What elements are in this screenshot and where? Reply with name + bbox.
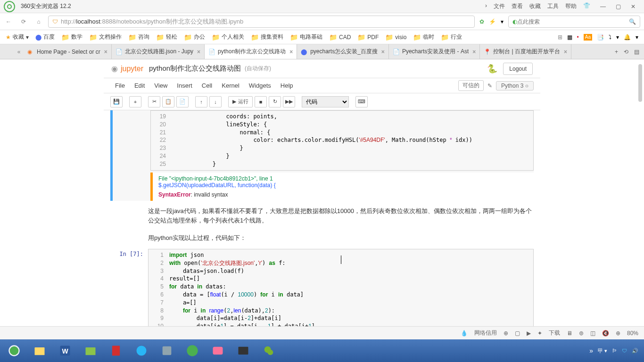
pc-icon[interactable]: 🖥 bbox=[567, 330, 572, 337]
close-icon[interactable]: × bbox=[104, 49, 107, 55]
close-icon[interactable]: × bbox=[381, 49, 385, 55]
code-cell[interactable]: 19 coords: points, 20 lineStyle: { 21 no… bbox=[110, 110, 534, 201]
bookmark-icon[interactable]: ✦ bbox=[537, 330, 542, 337]
tab-5[interactable]: 📍控制台 | 百度地图开放平台× bbox=[480, 44, 571, 59]
chevron-right-icon[interactable]: › bbox=[485, 2, 487, 10]
ext-icon-6[interactable]: ⤵ bbox=[609, 34, 611, 41]
tab-0[interactable]: ◉Home Page - Select or cr× bbox=[24, 44, 112, 59]
tabs-prev[interactable]: « bbox=[14, 44, 24, 59]
ext-icon-9[interactable]: ▾ bbox=[636, 34, 638, 41]
search-input[interactable] bbox=[517, 18, 629, 25]
pdf-icon[interactable] bbox=[104, 341, 128, 360]
bm-easy[interactable]: 📁轻松 bbox=[156, 33, 177, 41]
restart-button[interactable]: ↻ bbox=[269, 96, 281, 107]
maximize-button[interactable]: ▢ bbox=[611, 1, 625, 12]
bm-temp[interactable]: 📁临时 bbox=[413, 33, 434, 41]
copy-button[interactable]: 📋 bbox=[162, 96, 174, 107]
close-icon[interactable]: × bbox=[564, 49, 567, 55]
minimize-button[interactable]: — bbox=[596, 1, 610, 12]
tray-keyboard-icon[interactable]: 甲 ▾ bbox=[598, 347, 607, 354]
menu-help[interactable]: 帮助 bbox=[565, 2, 577, 10]
menu-view[interactable]: 查看 bbox=[512, 2, 523, 10]
menu-tools[interactable]: 工具 bbox=[547, 2, 559, 10]
code-cell[interactable]: In [7]: 1import json 2with open('北京公交线路图… bbox=[110, 249, 534, 326]
celltype-select[interactable]: 代码 bbox=[302, 96, 349, 107]
reload-button[interactable]: ⟳ bbox=[19, 17, 28, 26]
trusted-badge[interactable]: 可信的 bbox=[458, 80, 484, 91]
edit-icon[interactable]: ✎ bbox=[487, 82, 492, 89]
bm-visio[interactable]: 📁visio bbox=[385, 33, 406, 41]
ext-icon-5[interactable]: 📑 bbox=[597, 34, 604, 41]
bm-baidu[interactable]: ⬤百度 bbox=[35, 33, 55, 41]
kernel-indicator[interactable]: Python 3 ○ bbox=[496, 81, 534, 90]
favorites-button[interactable]: ★收藏▾ bbox=[6, 33, 29, 41]
close-icon[interactable]: × bbox=[289, 49, 293, 55]
tab-4[interactable]: 📄Pyecharts安装及使用 - Ast× bbox=[389, 44, 480, 59]
ie-mode-icon[interactable]: ⊕ bbox=[504, 330, 508, 337]
ext-icon-7[interactable]: ▾ bbox=[616, 34, 619, 41]
bm-pdf[interactable]: 📁PDF bbox=[357, 33, 379, 41]
menu-kernel[interactable]: Kernel bbox=[217, 80, 244, 91]
zoom-icon[interactable]: ⊕ bbox=[616, 330, 620, 337]
menu-help[interactable]: Help bbox=[276, 80, 298, 91]
bm-circuit[interactable]: 📁电路基础 bbox=[290, 33, 322, 41]
menu-view[interactable]: View bbox=[149, 80, 172, 91]
bm-math[interactable]: 📁数学 bbox=[61, 33, 83, 41]
tab-1[interactable]: 📄北京公交线路图.json - Jupy× bbox=[112, 44, 205, 59]
command-palette-button[interactable]: ⌨ bbox=[355, 96, 368, 107]
screenshot-icon[interactable]: ▢ bbox=[515, 330, 520, 337]
close-button[interactable]: ✕ bbox=[626, 1, 640, 12]
back-button[interactable]: ← bbox=[4, 17, 13, 26]
close-icon[interactable]: × bbox=[197, 49, 200, 55]
360browser-icon[interactable] bbox=[180, 341, 205, 360]
ext-icon-3[interactable]: • bbox=[577, 34, 579, 41]
url-input[interactable]: 🛡 http://localhost:8888/notebooks/python… bbox=[48, 16, 475, 28]
bilibili-icon[interactable] bbox=[206, 341, 230, 360]
run-button[interactable]: ▶ 运行 bbox=[228, 96, 253, 107]
tray-volume-icon[interactable]: 🔊 bbox=[632, 348, 638, 354]
search-box[interactable]: ◐ 🔍 bbox=[508, 16, 640, 28]
bm-consult[interactable]: 📁咨询 bbox=[128, 33, 149, 41]
cut-button[interactable]: ✂ bbox=[148, 96, 160, 107]
tab-2[interactable]: 📄python制作北京公交线路动× bbox=[205, 44, 297, 59]
home-button[interactable]: ⌂ bbox=[34, 17, 43, 26]
ext-icon-1[interactable]: ⊞ bbox=[558, 34, 562, 41]
zoom-level[interactable]: 80% bbox=[627, 330, 638, 337]
scrollbar[interactable] bbox=[638, 64, 642, 102]
notebook-title[interactable]: python制作北京公交线路动图 bbox=[149, 64, 241, 73]
dropdown-icon[interactable]: ▾ bbox=[501, 18, 504, 25]
jupyter-logo[interactable]: ◉jupyter bbox=[111, 64, 143, 73]
tray-shield-icon[interactable]: 🛡 bbox=[622, 348, 627, 354]
menu-account-icon[interactable]: 👕 bbox=[583, 2, 590, 10]
sidebar-icon[interactable]: ◫ bbox=[590, 330, 595, 337]
cloud-icon[interactable] bbox=[129, 341, 154, 360]
water-icon[interactable]: 💧 bbox=[461, 330, 468, 337]
ext-icon-8[interactable]: 🔔 bbox=[624, 34, 631, 41]
bm-personal[interactable]: 📁个人相关 bbox=[212, 33, 244, 41]
menu-cell[interactable]: Cell bbox=[197, 80, 217, 91]
markdown-cell[interactable]: 这是一段java代码，如果看不懂就不要看了，大致意思是把数据都除以10000，然… bbox=[110, 205, 534, 228]
menu-widgets[interactable]: Widgets bbox=[244, 80, 276, 91]
extension-icon[interactable]: ✿ bbox=[479, 18, 484, 25]
new-tab-button[interactable]: + bbox=[615, 49, 618, 55]
menu-edit[interactable]: Edit bbox=[130, 80, 149, 91]
net-credit[interactable]: 网络信用 bbox=[474, 329, 497, 337]
ext-icon-2[interactable]: ▦ bbox=[567, 34, 572, 41]
restart-run-button[interactable]: ▶▶ bbox=[283, 96, 295, 107]
tab-menu-button[interactable]: ▤ bbox=[634, 49, 639, 55]
mute-icon[interactable]: 🔇 bbox=[602, 330, 609, 337]
bm-docs[interactable]: 📁文档操作 bbox=[89, 33, 122, 41]
close-icon[interactable]: × bbox=[472, 49, 476, 55]
markdown-cell[interactable]: 用python实现以上过程，代码如下： bbox=[110, 231, 534, 245]
terminal-icon[interactable] bbox=[231, 341, 256, 360]
flash-icon[interactable]: ⚡ bbox=[489, 18, 496, 25]
paste-button[interactable]: 📄 bbox=[176, 96, 189, 107]
folder-icon[interactable] bbox=[78, 341, 103, 360]
menu-file[interactable]: File bbox=[110, 80, 130, 91]
tray-flag-icon[interactable]: 🏳 bbox=[612, 348, 617, 354]
ext-icon-4[interactable]: Aa bbox=[584, 34, 592, 41]
search-icon[interactable]: 🔍 bbox=[629, 18, 636, 25]
tab-3[interactable]: ⬤pyecharts怎么安装_百度搜× bbox=[297, 44, 389, 59]
wechat-icon[interactable] bbox=[256, 341, 281, 360]
explorer-icon[interactable] bbox=[27, 341, 52, 360]
